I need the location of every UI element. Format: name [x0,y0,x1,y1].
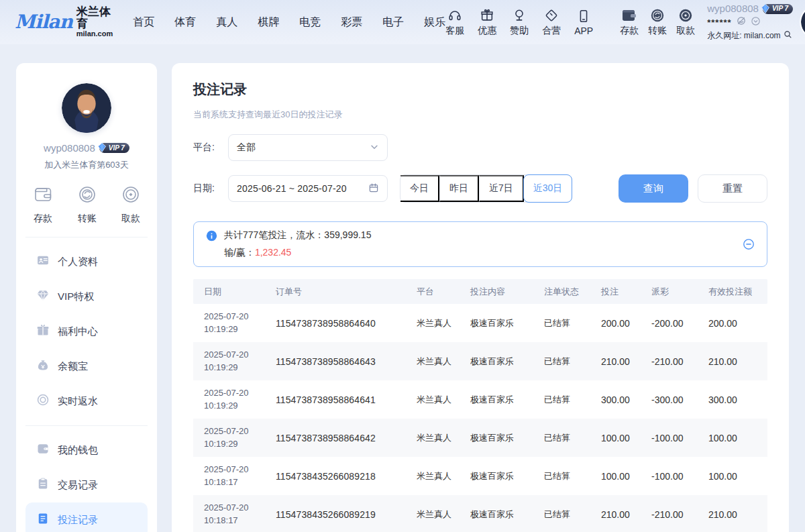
sponsor-icon [512,8,527,23]
bet-amount: 300.00 [601,394,651,405]
partner-icon [544,8,559,23]
sidebar-username: wyp080808 [44,142,95,154]
nav-item[interactable]: 棋牌 [258,15,279,30]
platform-name: 米兰真人 [417,432,470,444]
platform-select[interactable]: 全部 [228,134,388,161]
bet-date: 2025-07-20 [204,502,276,515]
id-card-icon [36,254,50,270]
table-row[interactable]: 2025-07-20 10:19:29 1154738738958864642 … [193,419,767,457]
query-button[interactable]: 查询 [619,174,688,203]
bet-status: 已结算 [544,432,601,444]
table-row[interactable]: 2025-07-20 10:18:17 1154738435266089218 … [193,457,767,495]
table-header-row: 日期订单号平台投注内容注单状态投注派彩有效投注额 [193,279,767,304]
bet-time: 10:19:29 [204,438,276,451]
vip-label: VIP 7 [109,144,125,152]
platform-name: 米兰真人 [417,317,470,329]
sidebar-item-profile[interactable]: 个人资料 [25,244,148,279]
order-number: 1154738738958864642 [276,433,417,443]
bet-content: 极速百家乐 [470,394,544,406]
sidebar-item-yuebao[interactable]: 余额宝 [25,349,148,384]
sidebar-withdraw-button[interactable]: 取款 [121,184,141,225]
table-row[interactable]: 2025-07-20 10:19:29 1154738738958864640 … [193,304,767,342]
column-header: 投注内容 [470,286,544,298]
brand-logo[interactable]: Milan 米兰体育 milan.com [15,6,113,38]
vip-badge: VIP 7 [763,4,793,14]
bet-time: 10:18:17 [204,515,276,527]
platform-label: 平台: [193,142,228,154]
order-number: 1154738435266089218 [276,471,417,482]
column-header: 派彩 [651,286,708,298]
username: wyp080808 [707,3,759,15]
payout-amount: -200.00 [651,318,708,329]
table-row[interactable]: 2025-07-20 10:19:29 1154738738958864643 … [193,342,767,380]
sidebar-transfer-button[interactable]: 转账 [77,184,97,225]
nav-item[interactable]: 娱乐 [424,15,445,30]
sidebar-item-bet-records[interactable]: 投注记录 [25,502,148,532]
bet-date: 2025-07-20 [204,387,276,400]
search-icon[interactable] [784,30,792,42]
sidebar: wyp080808 VIP 7 加入米兰体育第603天 存 [16,63,157,532]
promo-button[interactable]: 优惠 [478,8,496,37]
deposit-button[interactable]: 存款 [620,8,639,37]
platform-name: 米兰真人 [417,356,470,368]
vip-label: VIP 7 [772,5,788,13]
user-info: wyp080808 VIP 7 ****** [707,3,793,42]
main-nav: 首页体育真人棋牌电竞彩票电子娱乐 [133,15,445,30]
nav-item[interactable]: 真人 [216,15,237,30]
vip-diamond-icon [97,142,107,153]
avatar[interactable] [801,7,805,38]
sidebar-item-welfare[interactable]: 福利中心 [25,314,148,349]
date-range-value: 2025-06-21 ~ 2025-07-20 [237,183,368,194]
sidebar-item-rebate[interactable]: 实时返水 [25,384,148,419]
bet-content: 极速百家乐 [470,432,544,444]
column-header: 注单状态 [544,286,601,298]
bet-amount: 200.00 [601,318,651,329]
nav-item[interactable]: 体育 [174,15,196,30]
range-7days-button[interactable]: 近7日 [479,175,524,202]
platform-name: 米兰真人 [417,394,470,406]
nav-item[interactable]: 电子 [382,15,404,30]
eye-off-icon[interactable] [736,15,747,30]
date-range-input[interactable]: 2025-06-21 ~ 2025-07-20 [228,175,388,202]
bet-records-panel: 投注记录 当前系统支持查询最近30日的投注记录 平台: 全部 日期: 2025-… [172,63,789,532]
sidebar-item-vip[interactable]: VIP特权 [25,279,148,314]
gift-icon [480,8,494,23]
order-number: 1154738738958864643 [276,356,417,367]
bet-status: 已结算 [544,317,601,329]
range-30days-button[interactable]: 近30日 [523,174,573,203]
nav-item[interactable]: 彩票 [341,15,362,30]
range-yesterday-button[interactable]: 昨日 [439,175,479,202]
welfare-gift-icon [36,323,50,339]
range-today-button[interactable]: 今日 [400,175,439,202]
order-number: 1154738738958864641 [276,394,417,405]
balance-expand-icon[interactable] [751,16,761,30]
nav-item[interactable]: 首页 [133,15,154,30]
sidebar-item-transactions[interactable]: 交易记录 [25,468,148,502]
sidebar-item-wallet[interactable]: 我的钱包 [25,433,148,468]
quick-range-group: 今日 昨日 近7日 近30日 [400,174,572,203]
transfer-button[interactable]: 转账 [648,8,667,37]
sponsor-button[interactable]: 赞助 [510,8,529,37]
table-row[interactable]: 2025-07-20 10:19:29 1154738738958864641 … [193,380,767,419]
sidebar-deposit-button[interactable]: 存款 [32,184,54,225]
money-bag-icon [36,358,50,374]
deposit-wallet-icon [621,8,637,23]
collapse-icon[interactable] [743,238,755,250]
valid-bet-amount: 210.00 [708,509,757,520]
bet-records-table: 日期订单号平台投注内容注单状态投注派彩有效投注额 2025-07-20 10:1… [193,279,767,532]
reset-button[interactable]: 重置 [698,174,767,203]
partner-button[interactable]: 合营 [542,8,561,37]
bet-date: 2025-07-20 [204,349,276,362]
service-button[interactable]: 客服 [445,8,464,37]
bet-time: 10:18:17 [204,476,276,489]
nav-item[interactable]: 电竞 [299,15,321,30]
table-row[interactable]: 2025-07-20 10:18:17 1154738435266089219 … [193,495,767,532]
app-button[interactable]: APP [574,9,593,36]
valid-bet-amount: 210.00 [708,356,757,367]
column-header: 平台 [417,286,470,298]
column-header: 日期 [204,286,276,298]
withdraw-button[interactable]: 取款 [676,8,695,37]
profile-avatar[interactable] [62,83,111,133]
bet-content: 极速百家乐 [470,509,544,521]
bet-date: 2025-07-20 [204,464,276,476]
